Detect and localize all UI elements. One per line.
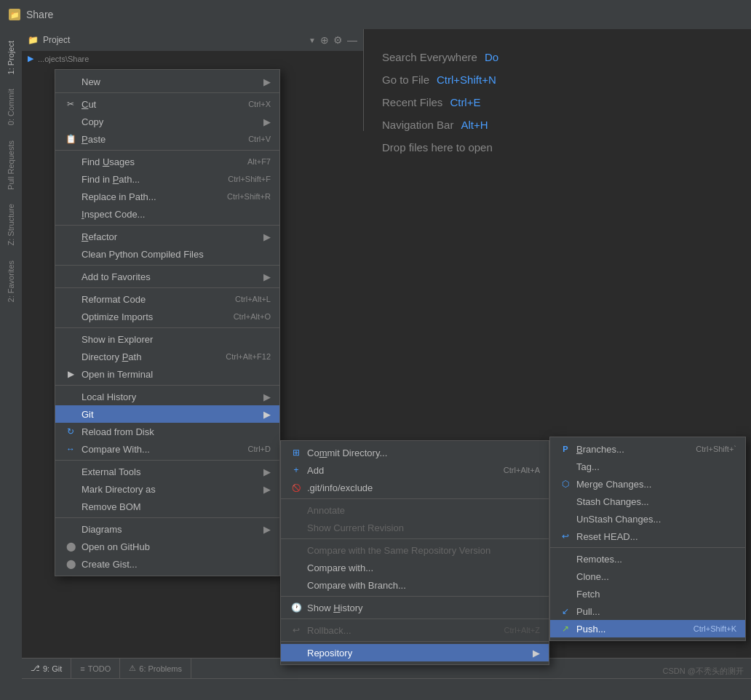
menu-item-reload[interactable]: ↻ Reload from Disk	[55, 423, 279, 440]
dir-path-shortcut: Ctrl+Alt+F12	[226, 352, 271, 361]
new-arrow: ▶	[263, 76, 271, 87]
menu-item-find-path[interactable]: Find in Path... Ctrl+Shift+F	[55, 170, 279, 188]
annotate-label: Annotate	[307, 505, 540, 516]
menu-item-create-gist[interactable]: ⬤ Create Gist...	[55, 555, 279, 573]
repo-branches[interactable]: P Branches... Ctrl+Shift+`	[550, 440, 745, 458]
context-menu-main: New ▶ ✂ Cut Ctrl+X Copy ▶ 📋 Paste Ctrl+V…	[55, 69, 280, 576]
unstash-label: UnStash Changes...	[576, 514, 736, 525]
repo-push[interactable]: ↗ Push... Ctrl+Shift+K	[550, 620, 745, 637]
bottom-tab-todo[interactable]: ≡ TODO	[71, 659, 120, 678]
optimize-label: Optimize Imports	[82, 311, 225, 322]
repo-unstash[interactable]: UnStash Changes...	[550, 510, 745, 528]
terminal-label: Open in Terminal	[82, 369, 271, 380]
target-icon[interactable]: ⊕	[320, 34, 329, 46]
menu-item-dir-path[interactable]: Directory Path Ctrl+Alt+F12	[55, 348, 279, 365]
menu-item-paste[interactable]: 📋 Paste Ctrl+V	[55, 130, 279, 148]
find-path-label: Find in Path...	[82, 174, 219, 185]
commit-dir-label: Commit Directory...	[307, 448, 540, 458]
bottom-tab-problems[interactable]: ⚠ 6: Problems	[120, 659, 191, 678]
copy-arrow: ▶	[263, 116, 271, 127]
menu-item-refactor[interactable]: Refactor ▶	[55, 228, 279, 245]
git-compare-with[interactable]: Compare with...	[281, 559, 549, 576]
sidebar-tab-project[interactable]: 1: Project	[4, 35, 18, 80]
reset-head-label: Reset HEAD...	[576, 531, 736, 542]
menu-item-inspect[interactable]: Inspect Code...	[55, 205, 279, 223]
bottom-tab-git[interactable]: ⎇ 9: Git	[22, 659, 71, 678]
git-sep1	[281, 498, 549, 499]
sidebar-tab-pull-requests[interactable]: Pull Requests	[4, 135, 18, 196]
sep6	[55, 327, 279, 328]
repo-pull[interactable]: ↙ Pull...	[550, 602, 745, 620]
menu-item-reformat[interactable]: Reformat Code Ctrl+Alt+L	[55, 290, 279, 308]
repo-stash[interactable]: Stash Changes...	[550, 493, 745, 510]
menu-item-clean-python[interactable]: Clean Python Compiled Files	[55, 245, 279, 263]
clean-python-label: Clean Python Compiled Files	[82, 249, 271, 260]
menu-item-cut[interactable]: ✂ Cut Ctrl+X	[55, 95, 279, 113]
repo-remotes[interactable]: Remotes...	[550, 550, 745, 568]
git-compare-branch[interactable]: Compare with Branch...	[281, 576, 549, 594]
git-tab-icon: ⎇	[31, 664, 40, 673]
fetch-label: Fetch	[576, 589, 736, 600]
sidebar-tab-commit[interactable]: 0: Commit	[4, 83, 18, 131]
git-info-exclude[interactable]: 🚫 .git/info/exclude	[281, 479, 549, 496]
shortcut-key-goto: Ctrl+Shift+N	[437, 73, 496, 86]
minimize-icon[interactable]: —	[347, 34, 357, 46]
stash-label: Stash Changes...	[576, 496, 736, 507]
menu-item-optimize[interactable]: Optimize Imports Ctrl+Alt+O	[55, 308, 279, 325]
open-github-label: Open on GitHub	[82, 541, 271, 552]
status-bar: CSDN @不秃头的测开	[0, 678, 751, 700]
menu-item-add-favorites[interactable]: Add to Favorites ▶	[55, 268, 279, 285]
repo-fetch[interactable]: Fetch	[550, 585, 745, 602]
repo-tag[interactable]: Tag...	[550, 458, 745, 475]
sidebar-tab-structure[interactable]: Z: Structure	[4, 198, 18, 251]
git-tab-label: 9: Git	[43, 664, 62, 673]
menu-item-external-tools[interactable]: External Tools ▶	[55, 463, 279, 480]
refactor-label: Refactor	[82, 231, 259, 242]
menu-item-git[interactable]: Git ▶	[55, 405, 279, 423]
menu-item-open-github[interactable]: ⬤ Open on GitHub	[55, 538, 279, 555]
settings-icon[interactable]: ⚙	[333, 34, 343, 46]
sidebar-tab-favorites[interactable]: 2: Favorites	[4, 255, 18, 308]
menu-item-open-terminal[interactable]: ▶ Open in Terminal	[55, 365, 279, 383]
menu-item-replace-path[interactable]: Replace in Path... Ctrl+Shift+R	[55, 188, 279, 205]
shortcut-drop: Drop files here to open	[382, 141, 736, 154]
paste-icon: 📋	[64, 134, 77, 144]
shortcut-nav: Navigation Bar Alt+H	[382, 119, 736, 131]
menu-item-copy[interactable]: Copy ▶	[55, 113, 279, 130]
git-show-history[interactable]: 🕐 Show History	[281, 599, 549, 616]
repo-clone[interactable]: Clone...	[550, 568, 745, 585]
menu-item-diagrams[interactable]: Diagrams ▶	[55, 520, 279, 538]
dropdown-icon[interactable]: ▼	[309, 36, 316, 44]
menu-item-local-history[interactable]: Local History ▶	[55, 388, 279, 405]
exclude-label: .git/info/exclude	[307, 482, 540, 493]
window-title: Share	[26, 9, 53, 20]
repo-reset-head[interactable]: ↩ Reset HEAD...	[550, 528, 745, 545]
repo-merge[interactable]: ⬡ Merge Changes...	[550, 475, 745, 493]
repo-label: Repository	[307, 648, 528, 659]
git-add[interactable]: + Add Ctrl+Alt+A	[281, 461, 549, 479]
remotes-label: Remotes...	[576, 554, 736, 565]
folder-arrow[interactable]: ▶	[28, 54, 33, 63]
menu-item-mark-dir[interactable]: Mark Directory as ▶	[55, 480, 279, 498]
menu-item-find-usages[interactable]: Find Usages Alt+F7	[55, 153, 279, 170]
sep1	[55, 92, 279, 93]
cut-label: Cut	[82, 99, 239, 110]
menu-item-new[interactable]: New ▶	[55, 73, 279, 90]
mark-dir-arrow: ▶	[263, 484, 271, 495]
repo-sep1	[550, 547, 745, 548]
compare-icon: ↔	[64, 444, 77, 454]
branches-icon: P	[559, 445, 572, 453]
reload-icon: ↻	[64, 426, 77, 437]
commit-dir-icon: ⊞	[290, 448, 303, 458]
cn-watermark: CSDN @不秃头的测开	[663, 666, 744, 677]
menu-item-show-explorer[interactable]: Show in Explorer	[55, 330, 279, 348]
copy-label: Copy	[82, 116, 259, 127]
problems-tab-label: 6: Problems	[139, 664, 182, 673]
sep4	[55, 265, 279, 266]
menu-item-remove-bom[interactable]: Remove BOM	[55, 498, 279, 515]
rollback-icon: ↩	[290, 625, 303, 635]
git-commit-dir[interactable]: ⊞ Commit Directory...	[281, 444, 549, 461]
sep9	[55, 517, 279, 518]
menu-item-compare[interactable]: ↔ Compare With... Ctrl+D	[55, 440, 279, 458]
git-repository[interactable]: Repository ▶	[281, 644, 549, 661]
